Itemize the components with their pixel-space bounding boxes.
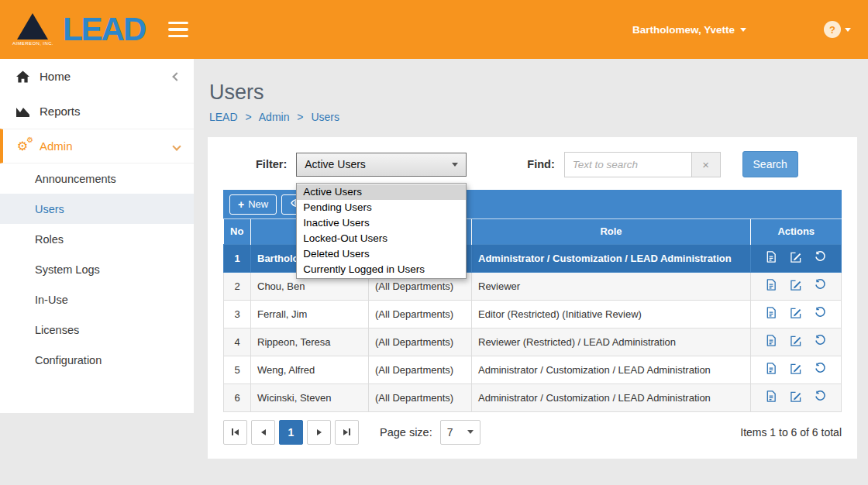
dropdown-option-inactive-users[interactable]: Inactive Users (297, 215, 466, 231)
history-user-button[interactable] (815, 363, 826, 377)
user-menu[interactable]: Bartholomew, Yvette (632, 24, 746, 36)
view-user-button[interactable] (766, 307, 777, 321)
document-icon (766, 337, 777, 349)
clear-search-button[interactable]: × (691, 152, 721, 177)
edit-icon (790, 309, 801, 321)
company-name: AIMEREON, INC. (12, 41, 53, 46)
help-menu[interactable]: ? (824, 21, 851, 38)
reports-icon (14, 105, 31, 117)
dropdown-option-currently-logged-in-users[interactable]: Currently Logged in Users (297, 262, 466, 277)
dropdown-option-deleted-users[interactable]: Deleted Users (297, 246, 466, 262)
pagination: 1 Page size: 7 Items 1 to 6 of 6 total (223, 420, 842, 445)
edit-user-button[interactable] (790, 391, 801, 404)
sidebar-item-users[interactable]: Users (0, 194, 194, 224)
dropdown-option-active-users[interactable]: Active Users (297, 184, 466, 200)
search-input[interactable] (564, 152, 691, 177)
view-user-button[interactable] (766, 251, 777, 265)
last-page-icon (343, 429, 348, 435)
sidebar-item-announcements[interactable]: Announcements (0, 163, 194, 194)
column-header-actions: Actions (751, 219, 842, 244)
find-label: Find: (527, 158, 554, 170)
sidebar-item-configuration[interactable]: Configuration (0, 345, 194, 375)
breadcrumb-admin[interactable]: Admin (259, 111, 290, 123)
filter-dropdown: Active Users Pending Users Inactive User… (296, 183, 467, 279)
brand: AIMEREON, INC. LEAD (12, 13, 188, 46)
edit-icon (790, 365, 801, 377)
table-row[interactable]: 6 Wicinski, Steven (All Departments) Adm… (224, 384, 842, 411)
table-row[interactable]: 5 Weng, Alfred (All Departments) Adminis… (224, 356, 842, 384)
search-group: × (564, 152, 721, 177)
table-row[interactable]: 3 Ferrall, Jim (All Departments) Editor … (224, 300, 842, 328)
next-page-button[interactable] (307, 420, 331, 445)
last-page-button[interactable] (335, 420, 359, 445)
page-size-select[interactable]: 7 (440, 420, 480, 445)
history-icon (815, 337, 826, 349)
home-icon (14, 71, 31, 83)
chevron-down-icon (740, 28, 746, 32)
breadcrumb-lead[interactable]: LEAD (209, 111, 238, 123)
sidebar-item-in-use[interactable]: In-Use (0, 284, 194, 315)
sidebar-item-admin[interactable]: ⚙⚙ Admin (0, 129, 194, 163)
chevron-down-icon (845, 28, 851, 32)
history-icon (815, 393, 826, 404)
edit-user-button[interactable] (790, 252, 801, 265)
breadcrumb-separator: > (245, 111, 251, 123)
edit-user-button[interactable] (790, 335, 801, 349)
next-page-icon (317, 429, 322, 435)
search-button[interactable]: Search (742, 151, 798, 177)
edit-icon (790, 281, 801, 293)
sidebar-item-system-logs[interactable]: System Logs (0, 254, 194, 284)
menu-toggle-icon[interactable] (168, 22, 188, 38)
collapse-icon[interactable] (172, 72, 181, 81)
new-user-button[interactable]: + New (229, 194, 277, 215)
view-user-button[interactable] (766, 335, 777, 349)
sidebar-item-reports[interactable]: Reports (0, 94, 194, 129)
history-user-button[interactable] (815, 335, 826, 349)
plus-icon: + (238, 199, 244, 210)
first-page-button[interactable] (223, 420, 247, 445)
breadcrumb-users[interactable]: Users (311, 111, 339, 123)
column-header-no[interactable]: No (224, 219, 251, 244)
dropdown-option-pending-users[interactable]: Pending Users (297, 200, 466, 215)
document-icon (766, 393, 777, 404)
edit-user-button[interactable] (790, 363, 801, 377)
filter-select[interactable]: Active Users (296, 153, 467, 177)
page-size-label: Page size: (380, 426, 432, 439)
view-user-button[interactable] (766, 279, 777, 293)
company-logo: AIMEREON, INC. (12, 13, 53, 46)
document-icon (766, 309, 777, 321)
history-user-button[interactable] (815, 390, 826, 404)
sidebar-item-licenses[interactable]: Licenses (0, 315, 194, 345)
top-header: AIMEREON, INC. LEAD Bartholomew, Yvette … (0, 0, 868, 59)
filter-selected-value: Active Users (305, 158, 366, 170)
prev-page-button[interactable] (251, 420, 275, 445)
column-header-role[interactable]: Role (472, 219, 751, 244)
document-icon (766, 365, 777, 377)
breadcrumb: LEAD > Admin > Users (209, 111, 868, 123)
filter-bar: Filter: Active Users Active Users Pendin… (223, 151, 842, 177)
history-icon (815, 281, 826, 293)
items-count: Items 1 to 6 of 6 total (740, 426, 842, 439)
table-row[interactable]: 4 Rippeon, Teresa (All Departments) Revi… (224, 328, 842, 356)
page-size-value: 7 (447, 426, 453, 439)
view-user-button[interactable] (766, 390, 777, 404)
document-icon (766, 281, 777, 293)
history-user-button[interactable] (815, 279, 826, 293)
sidebar-item-home[interactable]: Home (0, 59, 194, 94)
edit-icon (790, 253, 801, 265)
sidebar-item-roles[interactable]: Roles (0, 224, 194, 254)
view-user-button[interactable] (766, 363, 777, 377)
header-right: Bartholomew, Yvette ? (632, 21, 851, 38)
sidebar: Home Reports ⚙⚙ Admin Announcements User… (0, 59, 194, 413)
edit-icon (790, 393, 801, 404)
dropdown-option-locked-out-users[interactable]: Locked-Out Users (297, 231, 466, 246)
history-icon (815, 365, 826, 377)
edit-user-button[interactable] (790, 308, 801, 321)
history-user-button[interactable] (815, 307, 826, 321)
history-icon (815, 309, 826, 321)
edit-user-button[interactable] (790, 280, 801, 293)
page-number-button[interactable]: 1 (279, 420, 303, 445)
filter-select-wrap: Active Users Active Users Pending Users … (296, 153, 467, 177)
select-arrow-icon (467, 430, 474, 434)
history-user-button[interactable] (815, 251, 826, 265)
